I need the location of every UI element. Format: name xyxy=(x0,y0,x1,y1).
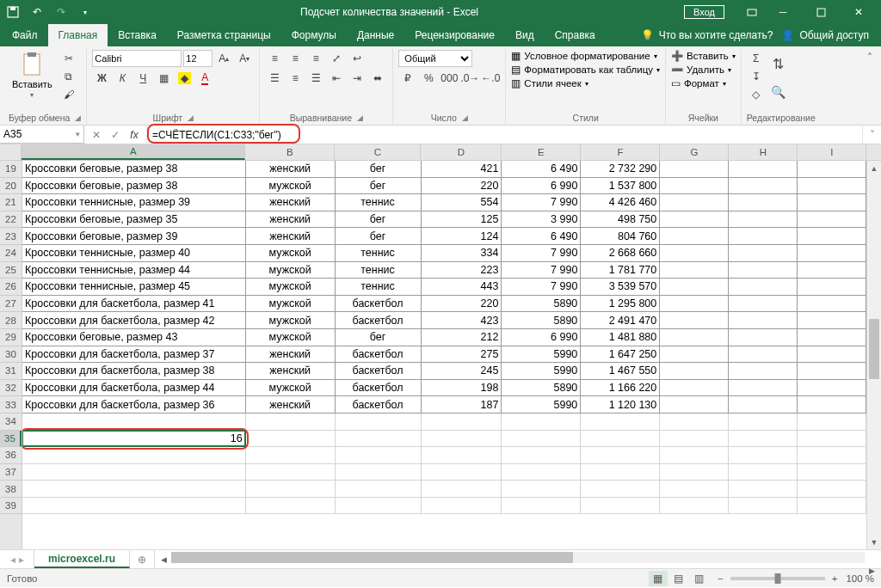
cell[interactable]: 3 990 xyxy=(502,211,581,229)
cell[interactable] xyxy=(660,211,729,229)
cell[interactable] xyxy=(22,447,246,464)
cell[interactable]: бег xyxy=(336,161,422,178)
cell[interactable] xyxy=(729,413,798,431)
row-header-34[interactable]: 34 xyxy=(0,413,22,431)
cell[interactable]: бег xyxy=(336,178,422,195)
zoom-slider[interactable] xyxy=(730,577,825,580)
conditional-formatting-button[interactable]: ▦Условное форматирование▾ xyxy=(511,50,656,62)
cell[interactable] xyxy=(660,498,729,515)
cell[interactable] xyxy=(798,312,866,329)
row-header-33[interactable]: 33 xyxy=(0,396,22,413)
cell[interactable] xyxy=(246,413,336,431)
row-header-23[interactable]: 23 xyxy=(0,228,22,245)
sheet-tab-active[interactable]: microexcel.ru xyxy=(34,550,130,568)
cell[interactable] xyxy=(660,178,729,195)
tab-insert[interactable]: Вставка xyxy=(108,24,167,46)
cell[interactable]: 16 xyxy=(22,431,246,448)
format-painter-icon[interactable]: 🖌 xyxy=(59,86,78,103)
normal-view-icon[interactable]: ▦ xyxy=(649,571,668,586)
cell[interactable]: женский xyxy=(246,346,336,364)
cell[interactable]: 1 120 130 xyxy=(581,396,660,413)
cell[interactable]: Кроссовки теннисные, размер 40 xyxy=(22,245,246,262)
cell[interactable] xyxy=(660,431,729,448)
cell[interactable]: 498 750 xyxy=(581,211,660,229)
clear-icon[interactable]: ◇ xyxy=(747,86,766,103)
cell[interactable]: 125 xyxy=(422,211,502,229)
cell[interactable] xyxy=(22,481,246,498)
row-header-26[interactable]: 26 xyxy=(0,279,22,296)
cell[interactable]: баскетбол xyxy=(336,380,422,397)
row-header-19[interactable]: 19 xyxy=(0,161,22,178)
cell[interactable]: мужской xyxy=(246,262,336,279)
cell[interactable] xyxy=(729,279,798,296)
cell[interactable]: 124 xyxy=(422,228,502,245)
minimize-icon[interactable]: ─ xyxy=(764,0,802,24)
cell[interactable] xyxy=(729,245,798,262)
col-header-B[interactable]: B xyxy=(245,144,335,160)
cell[interactable] xyxy=(729,211,798,229)
collapse-ribbon-icon[interactable]: ˄ xyxy=(862,48,878,125)
save-icon[interactable] xyxy=(3,3,22,21)
cell[interactable]: 7 990 xyxy=(502,279,581,296)
cell[interactable]: 7 990 xyxy=(502,262,581,279)
align-top-icon[interactable]: ≡ xyxy=(265,50,284,67)
cell[interactable] xyxy=(660,447,729,464)
cell[interactable]: мужской xyxy=(246,279,336,296)
cancel-formula-icon[interactable]: ✕ xyxy=(88,127,105,143)
cell[interactable] xyxy=(798,396,866,413)
col-header-A[interactable]: A xyxy=(22,144,245,160)
cell[interactable] xyxy=(798,262,866,279)
cell[interactable] xyxy=(660,296,729,313)
cell[interactable] xyxy=(502,431,581,448)
row-header-30[interactable]: 30 xyxy=(0,346,22,364)
font-size-select[interactable] xyxy=(183,50,213,67)
cell[interactable] xyxy=(22,413,246,431)
cell[interactable]: 220 xyxy=(422,178,502,195)
cell[interactable] xyxy=(729,396,798,413)
cut-icon[interactable]: ✂ xyxy=(59,50,78,67)
hscroll-thumb[interactable] xyxy=(171,552,573,563)
cell[interactable] xyxy=(422,431,502,448)
cell[interactable]: бег xyxy=(336,228,422,245)
cell[interactable] xyxy=(729,363,798,380)
cell[interactable] xyxy=(422,464,502,481)
cell[interactable]: 7 990 xyxy=(502,194,581,211)
prev-sheet-icon[interactable]: ◂ xyxy=(10,554,15,566)
cell[interactable]: Кроссовки беговые, размер 38 xyxy=(22,161,246,178)
cell[interactable] xyxy=(729,481,798,498)
cell[interactable]: 1 647 250 xyxy=(581,346,660,364)
cell[interactable]: баскетбол xyxy=(336,346,422,364)
cell[interactable] xyxy=(798,279,866,296)
format-cells-button[interactable]: ▭Формат▾ xyxy=(671,77,726,89)
row-header-20[interactable]: 20 xyxy=(0,178,22,195)
cell[interactable] xyxy=(660,380,729,397)
redo-icon[interactable]: ↷ xyxy=(52,3,71,21)
row-header-38[interactable]: 38 xyxy=(0,481,22,498)
cell[interactable] xyxy=(798,346,866,364)
tab-help[interactable]: Справка xyxy=(545,24,606,46)
increase-decimal-icon[interactable]: .0→ xyxy=(460,70,479,87)
close-icon[interactable]: ✕ xyxy=(840,0,878,24)
insert-function-icon[interactable]: fx xyxy=(126,127,143,143)
cell[interactable] xyxy=(660,245,729,262)
cell[interactable] xyxy=(422,447,502,464)
increase-font-icon[interactable]: A▴ xyxy=(214,50,233,67)
cell[interactable] xyxy=(581,447,660,464)
cell[interactable] xyxy=(502,498,581,515)
row-header-28[interactable]: 28 xyxy=(0,312,22,329)
dialog-launcher-icon[interactable]: ◢ xyxy=(188,113,194,122)
cell[interactable] xyxy=(729,296,798,313)
cell[interactable]: 423 xyxy=(422,312,502,329)
cell[interactable] xyxy=(336,413,422,431)
scroll-right-icon[interactable]: ▶ xyxy=(865,563,879,578)
cell[interactable]: теннис xyxy=(336,262,422,279)
cell[interactable]: теннис xyxy=(336,279,422,296)
zoom-thumb[interactable] xyxy=(774,573,780,584)
delete-cells-button[interactable]: ➖Удалить▾ xyxy=(671,64,731,76)
cell[interactable] xyxy=(660,194,729,211)
format-as-table-button[interactable]: ▤Форматировать как таблицу▾ xyxy=(511,64,660,76)
sheet-nav[interactable]: ◂▸ xyxy=(0,550,34,568)
cell[interactable] xyxy=(798,194,866,211)
cell[interactable] xyxy=(798,296,866,313)
row-header-22[interactable]: 22 xyxy=(0,211,22,229)
